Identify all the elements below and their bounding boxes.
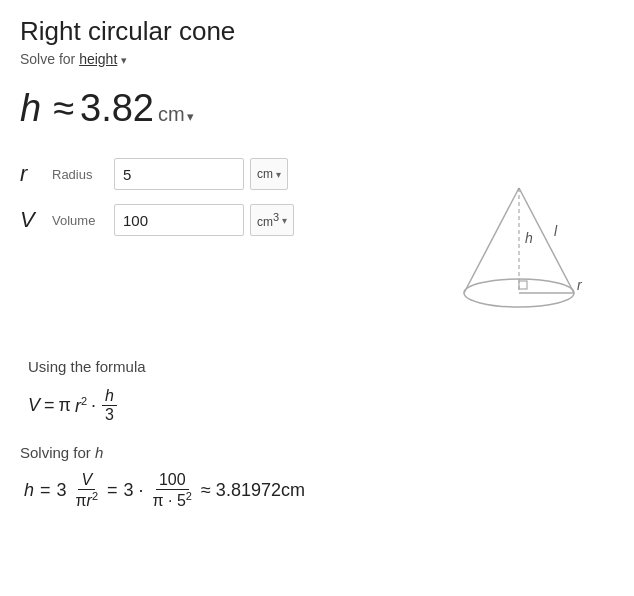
sol-3b: 3 ·	[124, 480, 144, 501]
solve-for-label: Solve for	[20, 51, 75, 67]
formula-display: V = π r2 · h 3	[28, 387, 614, 424]
result-row: h ≈ 3.82 cm ▾	[20, 87, 614, 130]
volume-variable: V	[20, 207, 48, 233]
sol-3: 3	[57, 480, 67, 501]
result-unit: cm	[158, 103, 185, 126]
solve-for-row: Solve for height ▾	[20, 51, 614, 67]
volume-input[interactable]	[114, 204, 244, 236]
radius-unit-text: cm	[257, 167, 273, 181]
sol-frac2: 100 π · 52	[150, 471, 195, 510]
radius-unit-arrow: ▾	[276, 169, 281, 180]
solve-for-dropdown-arrow[interactable]: ▾	[121, 54, 127, 66]
result-unit-dropdown[interactable]: ▾	[187, 109, 194, 124]
volume-unit-arrow: ▾	[282, 215, 287, 226]
svg-text:l: l	[554, 223, 558, 239]
formula-pi: π	[59, 395, 71, 416]
result-variable: h	[20, 87, 41, 130]
sol-approx: ≈ 3.81972cm	[201, 480, 305, 501]
formula-r2: r2	[75, 395, 87, 417]
sol-h: h	[24, 480, 34, 501]
svg-line-1	[464, 188, 519, 293]
volume-row: V Volume cm3 ▾	[20, 204, 414, 236]
sol-frac2-den: π · 52	[150, 490, 195, 510]
radius-unit-select[interactable]: cm ▾	[250, 158, 288, 190]
solve-for-link[interactable]: height	[79, 51, 117, 67]
formula-dot: ·	[91, 395, 96, 416]
volume-unit-text: cm3	[257, 211, 279, 229]
sol-frac2-num: 100	[156, 471, 189, 490]
svg-rect-4	[519, 281, 527, 289]
sol-eq2: =	[107, 480, 118, 501]
radius-row: r Radius cm ▾	[20, 158, 414, 190]
solving-for-label: Solving for h	[20, 444, 614, 461]
fraction-numerator: h	[102, 387, 117, 406]
solution-row: h = 3 V πr2 = 3 · 100 π · 52 ≈ 3.81972cm	[20, 471, 614, 510]
solving-section: Solving for h h = 3 V πr2 = 3 · 100 π · …	[20, 444, 614, 510]
sol-frac1-den: πr2	[73, 490, 102, 510]
cone-svg: h l r	[429, 168, 599, 328]
fraction-denominator: 3	[102, 406, 117, 424]
inputs-section: r Radius cm ▾ V Volume cm3 ▾	[20, 158, 414, 250]
svg-text:r: r	[577, 277, 583, 293]
solving-for-var: h	[95, 444, 103, 461]
using-formula-label: Using the formula	[28, 358, 614, 375]
formula-fraction: h 3	[102, 387, 117, 424]
result-approx-symbol: ≈	[53, 87, 74, 130]
formula-V: V	[28, 395, 40, 416]
volume-unit-select[interactable]: cm3 ▾	[250, 204, 294, 236]
radius-variable: r	[20, 161, 48, 187]
radius-input[interactable]	[114, 158, 244, 190]
sol-frac1-num: V	[78, 471, 95, 490]
formula-section: Using the formula V = π r2 · h 3	[20, 358, 614, 424]
formula-equals: =	[44, 395, 55, 416]
sol-eq1: =	[40, 480, 51, 501]
radius-label: Radius	[52, 167, 114, 182]
page-title: Right circular cone	[20, 16, 614, 47]
cone-diagram: h l r	[414, 158, 614, 328]
volume-label: Volume	[52, 213, 114, 228]
result-value: 3.82	[80, 87, 154, 130]
sol-frac1: V πr2	[73, 471, 102, 510]
svg-text:h: h	[525, 230, 533, 246]
inputs-diagram-section: r Radius cm ▾ V Volume cm3 ▾	[20, 158, 614, 328]
